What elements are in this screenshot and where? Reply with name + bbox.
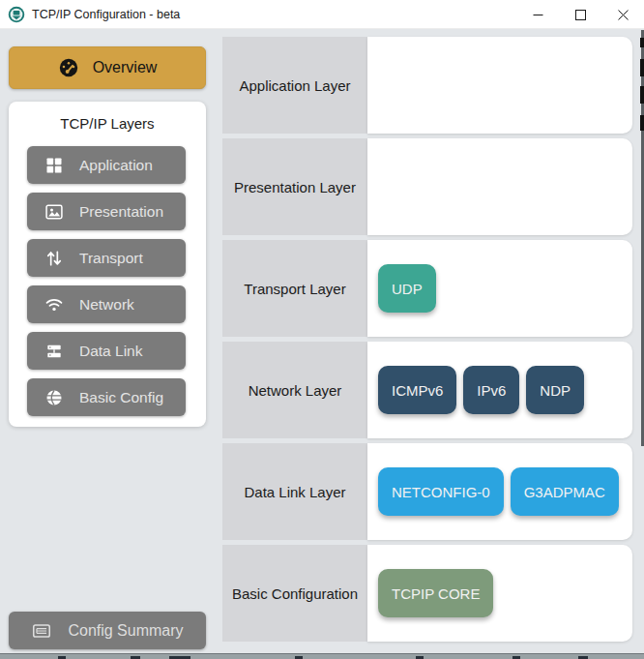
config-summary-button[interactable]: Config Summary (9, 612, 206, 649)
module-chip-netconfig-0[interactable]: NETCONFIG-0 (378, 467, 504, 516)
sidebar-item-label: Basic Config (79, 389, 163, 406)
titlebar: TCP/IP Configuration - beta (0, 0, 644, 29)
overview-label: Overview (93, 59, 158, 76)
overview-button[interactable]: Overview (9, 46, 206, 89)
tcpip-layers-panel: TCP/IP Layers Application Presentation (9, 102, 206, 427)
application-layer-row: Application Layer (222, 37, 632, 134)
layer-row-label: Data Link Layer (222, 443, 367, 540)
application-layer-dropzone (367, 37, 632, 134)
layer-row-label: Basic Configuration (222, 545, 367, 642)
module-chip-tcpip-core[interactable]: TCPIP CORE (378, 569, 493, 617)
transport-layer-row: Transport Layer UDP (222, 240, 632, 337)
module-chip-g3adpmac[interactable]: G3ADPMAC (511, 467, 619, 516)
sidebar-item-label: Presentation (79, 203, 163, 221)
maximize-button[interactable] (559, 0, 601, 29)
layer-rows: Application Layer Presentation Layer Tra… (222, 37, 632, 646)
data-link-layer-row: Data Link Layer NETCONFIG-0 G3ADPMAC (222, 443, 632, 540)
transport-layer-dropzone: UDP (367, 240, 632, 337)
sidebar-item-application[interactable]: Application (27, 146, 186, 184)
window-title: TCP/IP Configuration - beta (32, 8, 180, 21)
maximize-icon (575, 10, 586, 20)
presentation-layer-dropzone (367, 138, 632, 235)
globe-icon (44, 388, 64, 407)
layer-row-label: Transport Layer (222, 240, 367, 337)
module-chip-udp[interactable]: UDP (378, 264, 436, 313)
basic-configuration-dropzone: TCPIP CORE (367, 545, 632, 642)
close-button[interactable] (601, 0, 644, 29)
sidebar-item-presentation[interactable]: Presentation (27, 193, 186, 230)
config-summary-label: Config Summary (68, 622, 183, 640)
sidebar-item-label: Data Link (79, 343, 142, 360)
data-link-layer-dropzone: NETCONFIG-0 G3ADPMAC (367, 443, 632, 540)
minimize-button[interactable] (516, 0, 559, 29)
close-icon (618, 10, 629, 20)
image-icon (44, 202, 64, 222)
module-chip-icmpv6[interactable]: ICMPv6 (378, 366, 456, 414)
layer-row-label: Presentation Layer (222, 138, 367, 235)
background-taskbar-edge (0, 653, 644, 659)
network-layer-dropzone: ICMPv6 IPv6 NDP (367, 342, 632, 438)
network-layer-row: Network Layer ICMPv6 IPv6 NDP (222, 342, 632, 438)
app-logo-harmony-icon (8, 6, 25, 23)
basic-configuration-row: Basic Configuration TCPIP CORE (222, 545, 632, 642)
sidebar-item-network[interactable]: Network (27, 285, 186, 323)
module-chip-ipv6[interactable]: IPv6 (463, 366, 519, 414)
app-body: Overview TCP/IP Layers Application Prese… (0, 30, 644, 653)
gauge-icon (58, 57, 79, 78)
layers-panel-title: TCP/IP Layers (9, 115, 206, 132)
window-controls (516, 0, 644, 29)
sidebar-item-label: Network (79, 296, 134, 314)
layer-row-label: Network Layer (222, 342, 367, 438)
arrows-up-down-icon (44, 249, 64, 268)
layer-row-label: Application Layer (222, 37, 367, 134)
minimize-icon (533, 10, 543, 20)
grid-icon (44, 156, 64, 175)
presentation-layer-row: Presentation Layer (222, 138, 632, 235)
switch-icon (44, 342, 64, 361)
sidebar-item-label: Transport (79, 250, 143, 267)
sidebar-item-basic-config[interactable]: Basic Config (27, 378, 186, 416)
sidebar-item-data-link[interactable]: Data Link (27, 332, 186, 370)
summary-list-icon (31, 620, 52, 642)
module-chip-ndp[interactable]: NDP (526, 366, 584, 414)
sidebar-item-transport[interactable]: Transport (27, 239, 186, 277)
sidebar-item-label: Application (79, 157, 153, 174)
wifi-icon (44, 295, 64, 315)
